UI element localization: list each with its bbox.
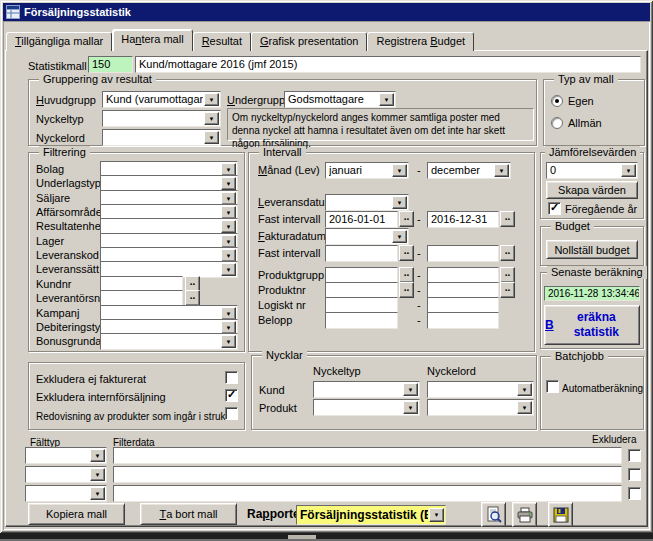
nyckeltyp-label: Nyckeltyp [36, 113, 84, 126]
kund-nyckelord-combo[interactable] [427, 381, 534, 398]
ellipsis-lookup-icon[interactable] [399, 282, 414, 298]
fast-intervall-1-from-field[interactable]: 2016-01-01 [325, 211, 398, 228]
falttyp-combo-1[interactable] [25, 447, 107, 464]
chevron-down-icon[interactable] [621, 164, 636, 177]
chevron-down-icon[interactable] [517, 401, 532, 414]
automatberakning-checkbox[interactable] [546, 380, 559, 393]
filterdata-field-2[interactable] [113, 466, 622, 483]
huvudgrupp-combo[interactable]: Kund (varumottagare) [102, 91, 221, 108]
chevron-down-icon[interactable] [90, 468, 105, 481]
statistikmall-name-field[interactable]: Kund/mottagare 2016 (jmf 2015) [135, 56, 641, 73]
combo-value: Kund (varumottagare) [106, 93, 203, 106]
produkt-nyckeltyp-combo[interactable] [313, 399, 420, 416]
fast-intervall-2-to-field[interactable] [427, 245, 499, 262]
debiteringstyp-label: Debiteringstyp [36, 321, 106, 334]
combo-value: december [431, 164, 493, 177]
fast-intervall-1-to-field[interactable]: 2016-12-31 [427, 211, 499, 228]
nyckelord-label: Nyckelord [36, 132, 85, 145]
exkludera-header: Exkludera [592, 433, 636, 446]
chevron-down-icon[interactable] [204, 131, 219, 144]
tab-registrera-budget[interactable]: Registrera Budget [367, 32, 474, 51]
tab-resultat[interactable]: Resultat [193, 32, 251, 51]
bonusgrundande-combo[interactable] [100, 333, 238, 350]
nollstall-budget-button[interactable]: Nollställ budget [546, 240, 638, 259]
ellipsis-lookup-icon[interactable] [500, 267, 515, 283]
resultatenhet-label: Resultatenhet [36, 220, 104, 233]
exkludera-checkbox-1[interactable] [628, 449, 641, 462]
print-preview-button[interactable] [481, 502, 506, 527]
batchjobb-group-title: Batchjobb [551, 350, 608, 363]
chevron-down-icon[interactable] [392, 196, 407, 209]
manad-to-combo[interactable]: december [427, 162, 511, 179]
filterdata-field-1[interactable] [113, 447, 622, 464]
ellipsis-lookup-icon[interactable] [399, 211, 414, 227]
senaste-berakning-group-title: Senaste beräkning [547, 266, 647, 279]
exkludera-ej-fakturerat-checkbox[interactable] [225, 371, 238, 384]
allman-radio[interactable] [551, 117, 563, 129]
falttyp-combo-2[interactable] [25, 466, 107, 483]
chevron-down-icon[interactable] [517, 383, 532, 396]
ellipsis-lookup-icon[interactable] [500, 211, 515, 227]
ta-bort-mall-button[interactable]: Ta bort mall [140, 503, 237, 525]
chevron-down-icon[interactable] [379, 93, 394, 106]
chevron-down-icon[interactable] [221, 335, 236, 348]
exkludera-internforsaljning-checkbox[interactable] [225, 389, 238, 402]
chevron-down-icon[interactable] [403, 401, 418, 414]
chevron-down-icon[interactable] [392, 164, 407, 177]
rapporter-combo[interactable]: Försäljningsstatistik (Extern) [296, 505, 446, 525]
chevron-down-icon[interactable] [204, 112, 219, 125]
chevron-down-icon[interactable] [221, 220, 236, 233]
statistikmall-id-field[interactable]: 150 [88, 56, 133, 73]
nyckeltyp-combo[interactable] [102, 110, 221, 127]
chevron-down-icon[interactable] [221, 263, 236, 276]
chevron-down-icon[interactable] [221, 177, 236, 190]
chevron-down-icon[interactable] [392, 230, 407, 243]
tab-strip: Tillgängliga mallar Hantera mall Resulta… [6, 29, 474, 51]
title-bar[interactable]: Försäljningsstatistik [3, 3, 650, 21]
dialog-window: Försäljningsstatistik Tillgängliga malla… [0, 0, 653, 533]
print-preview-icon [485, 506, 503, 524]
combo-value: januari [329, 164, 391, 177]
ellipsis-lookup-icon[interactable] [500, 245, 515, 261]
chevron-down-icon[interactable] [90, 449, 105, 462]
falttyp-combo-3[interactable] [25, 485, 107, 502]
nyckelord-combo[interactable] [102, 129, 221, 146]
berakna-statistik-button[interactable]: Beräkna statistik [544, 305, 640, 345]
jamforelsevarden-combo[interactable]: 0 [546, 162, 638, 179]
fast-intervall-2-from-field[interactable] [325, 245, 398, 262]
chevron-down-icon[interactable] [494, 164, 509, 177]
foregaende-ar-checkbox[interactable] [548, 202, 561, 215]
produkt-nyckelord-combo[interactable] [427, 399, 534, 416]
ellipsis-lookup-icon[interactable] [185, 290, 200, 306]
kopiera-mall-button[interactable]: Kopiera mall [28, 503, 125, 525]
fakturadatum-combo[interactable] [325, 228, 409, 245]
tab-grafisk-presentation[interactable]: Grafisk presentation [251, 32, 367, 51]
filterdata-field-3[interactable] [113, 485, 622, 502]
belopp-from-field[interactable] [325, 312, 398, 329]
save-button[interactable] [548, 502, 573, 527]
exkludera-checkbox-2[interactable] [628, 468, 641, 481]
tab-tillgangliga-mallar[interactable]: Tillgängliga mallar [6, 32, 112, 51]
kundnr-label: Kundnr [36, 278, 71, 291]
nycklar-group-title: Nycklar [262, 349, 307, 362]
chevron-down-icon[interactable] [429, 508, 444, 522]
chevron-down-icon[interactable] [403, 383, 418, 396]
manad-from-combo[interactable]: januari [325, 162, 409, 179]
kund-nyckeltyp-combo[interactable] [313, 381, 420, 398]
egen-radio[interactable] [551, 95, 563, 107]
undergrupp-combo[interactable]: Godsmottagare [284, 91, 396, 108]
nycklar-produkt-label: Produkt [259, 402, 297, 415]
ellipsis-lookup-icon[interactable] [399, 245, 414, 261]
ellipsis-lookup-icon[interactable] [399, 267, 414, 283]
belopp-to-field[interactable] [427, 312, 499, 329]
ellipsis-lookup-icon[interactable] [500, 282, 515, 298]
leveransdatum-combo[interactable] [325, 194, 409, 211]
exkludera-checkbox-3[interactable] [628, 487, 641, 500]
tab-hantera-mall[interactable]: Hantera mall [112, 29, 192, 51]
print-button[interactable] [512, 502, 537, 527]
chevron-down-icon[interactable] [204, 93, 219, 106]
redovisning-struktur-checkbox[interactable] [225, 407, 238, 420]
skapa-varden-button[interactable]: Skapa värden [546, 181, 638, 199]
chevron-down-icon[interactable] [90, 487, 105, 500]
printer-icon [516, 506, 534, 524]
